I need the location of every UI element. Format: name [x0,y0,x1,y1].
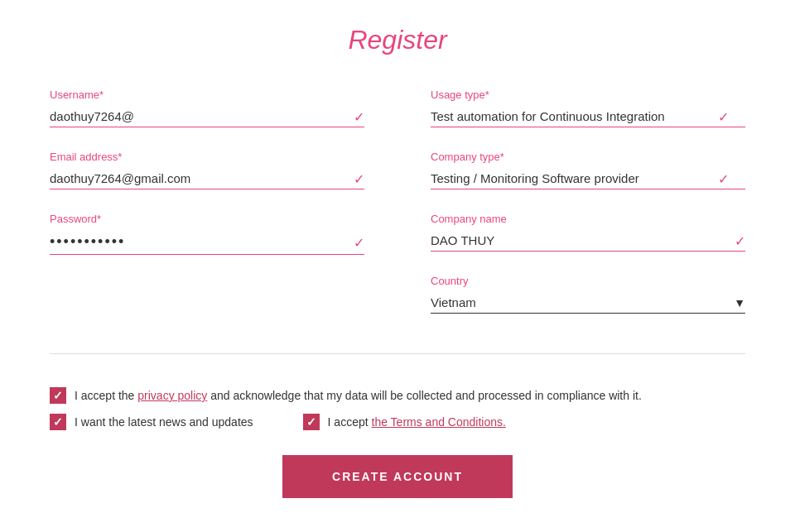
password-checkmark: ✓ [354,235,364,251]
company-name-input[interactable] [431,230,745,252]
form-right-column: Usage type* Test automation for Continuo… [431,89,745,337]
password-label: Password* [50,213,364,225]
username-checkmark: ✓ [354,109,364,125]
company-name-checkmark: ✓ [735,233,745,249]
password-field-group: Password* ✓ [50,213,364,255]
company-type-select[interactable]: Testing / Monitoring Software provider [431,168,745,189]
news-label: I want the latest news and updates [75,415,253,429]
divider [50,353,745,354]
privacy-text: I accept the privacy policy and acknowle… [75,389,642,402]
privacy-checkbox-row: I accept the privacy policy and acknowle… [50,387,745,404]
password-input[interactable] [50,230,364,255]
terms-checkbox[interactable] [303,414,320,430]
create-btn-wrapper: CREATE ACCOUNT [50,455,745,498]
usage-type-select[interactable]: Test automation for Continuous Integrati… [431,106,745,127]
form-grid: Username* ✓ Email address* ✓ Password* ✓ [50,89,745,337]
email-input[interactable] [50,168,364,189]
page-container: Register Username* ✓ Email address* ✓ Pa… [0,0,795,531]
company-name-field-group: Company name ✓ [431,213,745,252]
password-wrapper: ✓ [50,230,364,255]
create-account-button[interactable]: CREATE ACCOUNT [282,455,513,498]
privacy-checkbox[interactable] [50,387,66,404]
email-wrapper: ✓ [50,168,364,189]
news-checkbox[interactable] [50,414,66,430]
usage-type-field-group: Usage type* Test automation for Continuo… [431,89,745,127]
company-type-field-group: Company type* Testing / Monitoring Softw… [431,151,745,189]
email-checkmark: ✓ [354,171,364,187]
checkboxes-section: I accept the privacy policy and acknowle… [50,379,745,430]
news-checkbox-item: I want the latest news and updates [50,414,253,430]
username-wrapper: ✓ [50,106,364,127]
country-wrapper: Vietnam ▼ [431,292,745,314]
username-field-group: Username* ✓ [50,89,364,127]
country-label: Country [431,275,745,287]
username-input[interactable] [50,106,364,127]
company-name-wrapper: ✓ [431,230,745,252]
privacy-policy-link[interactable]: privacy policy [137,389,207,402]
terms-link[interactable]: the Terms and Conditions. [372,415,506,429]
usage-type-wrapper: Test automation for Continuous Integrati… [431,106,745,127]
terms-text: I accept the Terms and Conditions. [328,415,506,429]
checkbox-row-multi: I want the latest news and updates I acc… [50,414,745,430]
country-field-group: Country Vietnam ▼ [431,275,745,314]
username-label: Username* [50,89,364,101]
company-type-label: Company type* [431,151,745,163]
email-label: Email address* [50,151,364,163]
terms-checkbox-item: I accept the Terms and Conditions. [303,414,506,430]
company-type-wrapper: Testing / Monitoring Software provider ✓ [431,168,745,189]
usage-type-label: Usage type* [431,89,745,101]
email-field-group: Email address* ✓ [50,151,364,189]
form-left-column: Username* ✓ Email address* ✓ Password* ✓ [50,89,364,337]
page-title: Register [50,25,745,55]
country-select[interactable]: Vietnam [431,292,745,314]
company-name-label: Company name [431,213,745,225]
